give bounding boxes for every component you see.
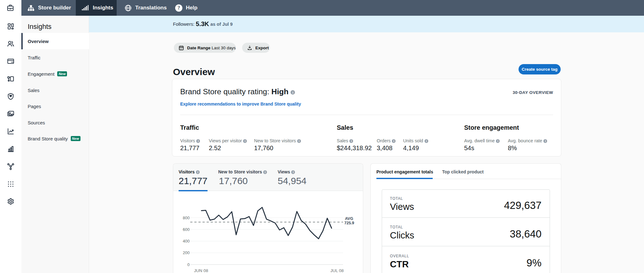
svg-text:600: 600 (183, 227, 190, 232)
svg-text:0: 0 (187, 262, 190, 267)
svg-text:JUN 08: JUN 08 (194, 268, 208, 273)
svg-text:AVG: AVG (345, 216, 353, 221)
svg-text:200: 200 (183, 250, 190, 255)
svg-text:400: 400 (183, 239, 190, 243)
svg-text:800: 800 (183, 216, 190, 220)
svg-text:725.9: 725.9 (344, 221, 354, 225)
svg-text:JUL 08: JUL 08 (330, 268, 344, 273)
